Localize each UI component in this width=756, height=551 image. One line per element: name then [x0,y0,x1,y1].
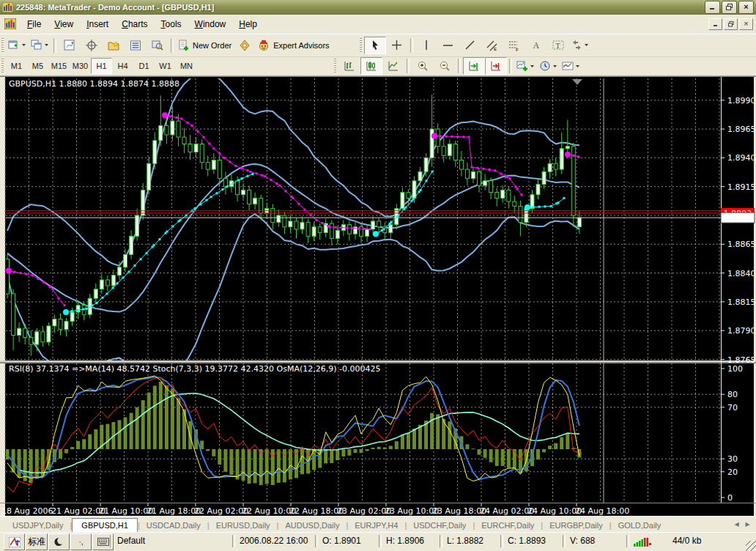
menu-tools[interactable]: Tools [155,17,188,32]
timeframe-m5[interactable]: M5 [27,58,48,74]
svg-text:100: 100 [727,364,743,374]
auto-scroll-button[interactable] [463,57,485,75]
templates-button[interactable] [560,57,582,75]
chart-shift-button[interactable] [485,57,507,75]
text-icon: A [531,40,541,51]
minimize-button[interactable] [705,1,720,14]
indicators-button[interactable] [514,57,537,75]
fibonacci-tool-button[interactable]: F [503,37,525,54]
menu-file[interactable]: File [21,17,48,32]
svg-text:80: 80 [727,390,738,399]
chart-tab-usdjpy-daily[interactable]: USDJPY,Daily [6,519,70,532]
timeframe-d1[interactable]: D1 [133,58,155,74]
metaeditor-button[interactable] [234,37,256,54]
timeframe-m15[interactable]: M15 [48,58,70,74]
zoom-in-button[interactable] [412,57,434,75]
chart-tab-audusd-daily[interactable]: AUDUSD,Daily [278,519,346,532]
periods-button[interactable] [537,57,560,75]
candlestick-chart-button[interactable] [360,57,382,75]
zoom-out-button[interactable] [434,57,456,75]
resize-grip[interactable] [746,541,756,551]
child-close-button[interactable]: × [739,18,753,30]
horizontal-line-icon [442,40,453,51]
new-chart-button[interactable] [6,37,29,54]
pane-splitter[interactable] [0,360,756,362]
menu-window[interactable]: Window [188,17,233,32]
svg-text:23 Aug 10:00: 23 Aug 10:00 [385,506,439,516]
navigator-button[interactable] [103,37,125,54]
trendline-tool-button[interactable] [459,37,481,54]
ime-fullhalf-button[interactable] [48,533,70,550]
chart-tab-gbpusd-h1[interactable]: GBPUSD,H1 [72,518,138,532]
toolbar-grip[interactable] [334,59,336,73]
restore-button[interactable] [722,1,737,14]
timeframe-h1[interactable]: H1 [91,58,112,74]
toolbar-grip[interactable] [360,38,362,53]
chart-tab-gold-daily[interactable]: GOLD,Daily [612,519,668,532]
price-chart[interactable]: 1.89901.89651.89401.89151.88901.88651.88… [0,76,756,517]
ime-mode-button[interactable]: 标准 [26,533,48,550]
text-tool-button[interactable]: A [525,37,547,54]
cursor-tool-button[interactable] [364,37,386,54]
child-restore-button[interactable] [724,18,738,30]
timeframe-mn[interactable]: MN [176,58,197,74]
market-watch-icon [64,40,75,51]
chart-tab-eurusd-daily[interactable]: EURUSD,Daily [210,519,277,532]
chart-tab-eurgbp-daily[interactable]: EURGBP,Daily [543,519,609,532]
svg-text:18 Aug 2006: 18 Aug 2006 [1,506,53,516]
toolbar-grip[interactable] [1,59,4,73]
chart-tab-usdchf-daily[interactable]: USDCHF,Daily [407,519,472,532]
ime-language-button[interactable] [4,533,25,550]
separator [407,59,410,73]
tabs-scroll-right-button[interactable]: ▶ [742,519,753,530]
menu-view[interactable]: View [48,17,80,32]
vertical-line-tool-button[interactable] [415,37,437,54]
timeframe-h4[interactable]: H4 [112,58,133,74]
svg-text:0: 0 [727,493,733,503]
separator [410,38,413,53]
toolbar-grip[interactable] [1,38,4,53]
profile-indicator[interactable]: Default [117,536,145,546]
market-watch-button[interactable] [59,37,81,54]
menu-help[interactable]: Help [232,17,264,32]
svg-text:1.8940: 1.8940 [727,153,756,163]
navigator-icon [108,40,119,51]
strategy-tester-button[interactable] [147,37,168,54]
svg-text:F: F [516,47,519,51]
menu-insert[interactable]: Insert [80,17,115,32]
menu-charts[interactable]: Charts [115,17,154,32]
data-window-button[interactable] [81,37,103,54]
child-minimize-button[interactable] [708,18,722,30]
crosshair-tool-button[interactable] [386,37,408,54]
chart-shift-icon [490,60,502,72]
standard-toolbar: New Order Expert Advisors E F A T [0,34,756,57]
expert-advisors-label: Expert Advisors [273,41,329,50]
expert-advisors-button[interactable]: Expert Advisors [256,37,331,54]
equidistant-channel-tool-button[interactable]: E [481,37,503,54]
fibonacci-icon: F [508,40,520,51]
chart-tab-eurjpy-h4[interactable]: EURJPY,H4 [348,519,404,532]
horizontal-line-tool-button[interactable] [437,37,459,54]
bar-chart-button[interactable] [338,57,360,75]
timeframe-w1[interactable]: W1 [155,58,176,74]
terminal-button[interactable] [125,37,147,54]
status-close: C: 1.8893 [508,536,546,546]
text-label-tool-button[interactable]: T [547,37,569,54]
arrows-tool-button[interactable] [569,37,591,54]
title-bar[interactable]: 225848: MetaTrader - Demo Account - [GBP… [0,0,756,15]
svg-text:T: T [555,42,560,50]
ime-punctuation-button[interactable]: ·, [70,533,92,550]
profiles-button[interactable] [29,37,51,54]
chart-tab-usdcad-daily[interactable]: USDCAD,Daily [140,519,207,532]
timeframe-m30[interactable]: M30 [70,58,91,74]
close-button[interactable]: × [738,1,754,14]
timeframe-m1[interactable]: M1 [6,58,27,74]
status-open: O: 1.8901 [322,536,361,546]
new-order-button[interactable]: New Order [176,37,234,54]
line-chart-button[interactable] [382,57,404,75]
separator [171,38,174,53]
connection-status-icon[interactable] [634,536,653,547]
chart-tab-eurchf-daily[interactable]: EURCHF,Daily [475,519,541,532]
tabs-scroll-left-button[interactable]: ◀ [731,519,742,530]
text-label-icon: T [552,40,564,51]
